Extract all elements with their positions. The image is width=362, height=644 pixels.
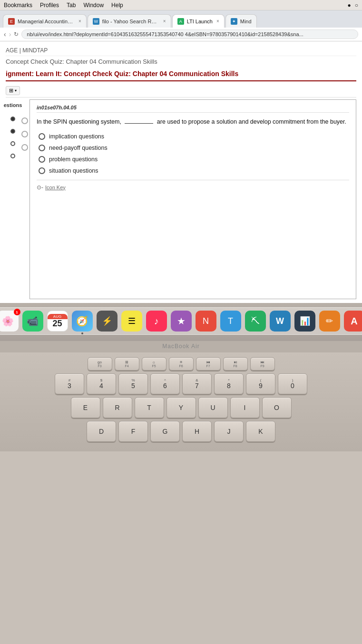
menu-window[interactable]: Window bbox=[83, 2, 104, 9]
grid-icon: ⊞ bbox=[9, 88, 13, 94]
dock-reminders[interactable]: ★ bbox=[171, 311, 192, 332]
key-h[interactable]: H bbox=[182, 421, 212, 442]
option-3[interactable]: problem questions bbox=[39, 156, 349, 163]
tab-label-4: Mind bbox=[240, 19, 252, 24]
dock-area: 🧭 🌸 1 📹 AUG 25 🧭 ⚡ ☰ ♪ ★ N T ⛏ W 📊 bbox=[0, 303, 362, 341]
tab-label-1: Managerial Accounting Basic bbox=[18, 19, 75, 24]
dock-calendar[interactable]: AUG 25 bbox=[47, 311, 68, 332]
menu-profiles[interactable]: Profiles bbox=[40, 2, 59, 9]
option-label-3: problem questions bbox=[49, 156, 98, 163]
option-radio-1[interactable] bbox=[39, 133, 45, 140]
icon-key-label[interactable]: Icon Key bbox=[45, 185, 66, 190]
key-f6[interactable]: ☀ F6 bbox=[169, 357, 194, 371]
tab-close-1[interactable]: × bbox=[78, 19, 81, 24]
menu-tab[interactable]: Tab bbox=[67, 2, 76, 9]
key-d[interactable]: D bbox=[87, 421, 116, 442]
key-f5[interactable]: ☼ F5 bbox=[142, 357, 166, 371]
wifi-icon: ● bbox=[348, 2, 351, 9]
option-label-4: situation questions bbox=[49, 167, 98, 174]
key-7[interactable]: & 7 bbox=[182, 373, 212, 394]
key-i[interactable]: I bbox=[230, 397, 260, 418]
dock-photos[interactable]: 🌸 1 bbox=[0, 311, 19, 332]
key-e[interactable]: E bbox=[71, 397, 100, 418]
key-4[interactable]: $ 4 bbox=[87, 373, 116, 394]
dock-notes[interactable]: ☰ bbox=[121, 311, 142, 332]
option-radio-2[interactable] bbox=[39, 145, 45, 151]
key-r[interactable]: R bbox=[103, 397, 132, 418]
option-label-2: need-payoff questions bbox=[49, 145, 108, 151]
dock-music[interactable]: ♪ bbox=[146, 311, 167, 332]
key-5[interactable]: % 5 bbox=[118, 373, 148, 394]
key-u[interactable]: U bbox=[198, 397, 228, 418]
keyboard-area: go F3 ⊞ F4 ☼ F5 ☀ F6 ⏮ F7 ⏯ F8 ⏭ F9 bbox=[0, 352, 362, 451]
menu-help[interactable]: Help bbox=[111, 2, 123, 9]
question-text: In the SPIN questioning system, are used… bbox=[37, 117, 349, 127]
sidebar-radio-2 bbox=[21, 131, 28, 137]
dock-pencil[interactable]: ✏ bbox=[319, 311, 340, 332]
option-2[interactable]: need-payoff questions bbox=[39, 145, 349, 151]
tab-favicon-3: A bbox=[177, 18, 184, 25]
dock: 🧭 🌸 1 📹 AUG 25 🧭 ⚡ ☰ ♪ ★ N T ⛏ W 📊 bbox=[0, 307, 362, 335]
dock-calendar-day: 25 bbox=[52, 319, 62, 329]
tab-close-3[interactable]: × bbox=[216, 19, 219, 24]
menu-bookmarks[interactable]: Bookmarks bbox=[4, 2, 32, 9]
option-4[interactable]: situation questions bbox=[39, 167, 349, 174]
forward-icon[interactable]: › bbox=[9, 30, 11, 38]
key-j[interactable]: J bbox=[214, 421, 244, 442]
tab-managerial[interactable]: E Managerial Accounting Basic × bbox=[3, 14, 87, 28]
key-3[interactable]: # 3 bbox=[55, 373, 84, 394]
dock-facetime[interactable]: 📹 bbox=[22, 311, 43, 332]
key-f7[interactable]: ⏮ F7 bbox=[196, 357, 221, 371]
questions-area: estions in01se07h.04.05 In the SPIN ques… bbox=[6, 99, 356, 299]
option-radio-4[interactable] bbox=[39, 167, 45, 174]
key-f9[interactable]: ⏭ F9 bbox=[250, 357, 275, 371]
tab-close-2[interactable]: × bbox=[163, 19, 166, 24]
page-content: AGE | MINDTAP Concept Check Quiz: Chapte… bbox=[0, 41, 362, 303]
grid-chevron: ▾ bbox=[15, 88, 17, 93]
question-bullet-4[interactable] bbox=[10, 154, 15, 158]
tab-favicon-1: E bbox=[8, 18, 15, 25]
dock-minecraft[interactable]: ⛏ bbox=[245, 311, 266, 332]
back-icon[interactable]: ‹ bbox=[4, 30, 6, 38]
key-t[interactable]: T bbox=[135, 397, 164, 418]
dock-appstore[interactable]: T bbox=[220, 311, 241, 332]
tab-favicon-4: ✦ bbox=[231, 18, 237, 25]
dock-news[interactable]: N bbox=[196, 311, 216, 332]
question-bullet-2[interactable] bbox=[10, 129, 15, 134]
dock-fontbook[interactable]: A bbox=[344, 311, 362, 332]
key-9[interactable]: ( 9 bbox=[246, 373, 275, 394]
address-bar[interactable]: nb/ui/evo/index.html?deploymentId=610435… bbox=[21, 29, 358, 39]
key-8[interactable]: * 8 bbox=[214, 373, 244, 394]
dock-word[interactable]: W bbox=[270, 311, 291, 332]
question-bullet-3[interactable] bbox=[10, 141, 15, 146]
key-o[interactable]: O bbox=[262, 397, 292, 418]
key-g[interactable]: G bbox=[150, 421, 180, 442]
key-f[interactable]: F bbox=[118, 421, 148, 442]
tab-filo[interactable]: W filo - Yahoo Search Results × bbox=[88, 14, 171, 28]
key-6[interactable]: ^ 6 bbox=[150, 373, 180, 394]
tab-favicon-2: W bbox=[93, 18, 99, 25]
sidebar-radio-1 bbox=[21, 117, 28, 124]
page-header-bar: AGE | MINDTAP bbox=[6, 45, 356, 56]
key-f3[interactable]: go F3 bbox=[88, 357, 112, 371]
key-k[interactable]: K bbox=[246, 421, 275, 442]
browser: E Managerial Accounting Basic × W filo -… bbox=[0, 10, 362, 41]
key-y[interactable]: Y bbox=[166, 397, 196, 418]
dock-charts[interactable]: 📊 bbox=[294, 311, 315, 332]
keyboard-number-row: # 3 $ 4 % 5 ^ 6 & 7 * 8 ( 9 ) 0 bbox=[55, 373, 307, 394]
option-radio-3[interactable] bbox=[39, 156, 45, 163]
icon-key-row: ⊙- Icon Key bbox=[37, 180, 349, 191]
page-breadcrumb: AGE | MINDTAP bbox=[6, 47, 48, 54]
tab-lti[interactable]: A LTI Launch × bbox=[172, 14, 225, 28]
keyboard-qwerty-row: E R T Y U I O bbox=[71, 397, 292, 418]
refresh-icon[interactable]: ↻ bbox=[14, 31, 19, 38]
key-0[interactable]: ) 0 bbox=[278, 373, 307, 394]
key-f8[interactable]: ⏯ F8 bbox=[223, 357, 248, 371]
dock-quicknote[interactable]: ⚡ bbox=[97, 311, 117, 332]
key-f4[interactable]: ⊞ F4 bbox=[115, 357, 139, 371]
question-bullet-1[interactable] bbox=[10, 117, 15, 121]
tab-mind[interactable]: ✦ Mind bbox=[225, 14, 257, 28]
grid-button[interactable]: ⊞ ▾ bbox=[6, 86, 20, 95]
option-1[interactable]: implication questions bbox=[39, 133, 349, 140]
dock-safari[interactable]: 🧭 bbox=[72, 311, 93, 332]
